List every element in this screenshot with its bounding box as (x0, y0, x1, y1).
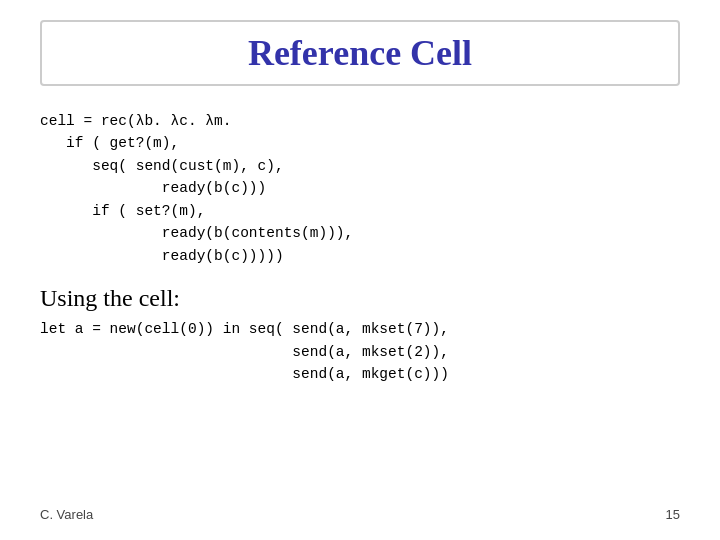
section-label: Using the cell: (40, 285, 680, 312)
code2-line-2: send(a, mkset(2)), (40, 341, 680, 363)
code-line-3: seq( send(cust(m), c), (40, 155, 680, 177)
code-line-7: ready(b(c))))) (40, 245, 680, 267)
slide-title: Reference Cell (248, 33, 472, 73)
code-block-1: cell = rec(λb. λc. λm. if ( get?(m), seq… (40, 110, 680, 267)
code-line-1: cell = rec(λb. λc. λm. (40, 110, 680, 132)
slide: Reference Cell cell = rec(λb. λc. λm. if… (0, 0, 720, 540)
footer: C. Varela 15 (0, 507, 720, 522)
code2-line-3: send(a, mkget(c))) (40, 363, 680, 385)
title-box: Reference Cell (40, 20, 680, 86)
footer-page: 15 (666, 507, 680, 522)
footer-author: C. Varela (40, 507, 93, 522)
code2-line-1: let a = new(cell(0)) in seq( send(a, mks… (40, 318, 680, 340)
code-line-4: ready(b(c))) (40, 177, 680, 199)
code-block-2: let a = new(cell(0)) in seq( send(a, mks… (40, 318, 680, 385)
code-line-5: if ( set?(m), (40, 200, 680, 222)
code-line-6: ready(b(contents(m))), (40, 222, 680, 244)
code-line-2: if ( get?(m), (40, 132, 680, 154)
